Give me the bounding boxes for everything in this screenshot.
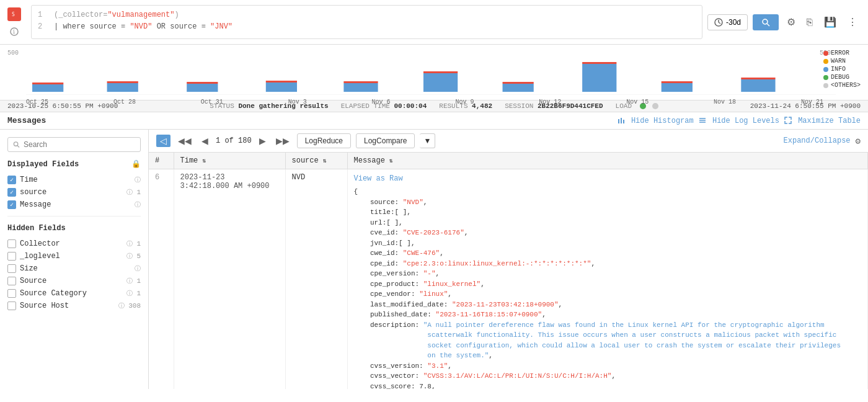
svg-rect-28 (741, 78, 775, 79)
svg-rect-20 (423, 71, 458, 73)
json-cpe-id: cpe_id: "cpe:2.3:o:linux:linux_kernel:-:… (354, 259, 862, 269)
field-source-hidden-info[interactable]: ⓘ (126, 277, 133, 285)
log-compare-button[interactable]: LogCompare (356, 133, 415, 148)
svg-rect-24 (582, 62, 616, 64)
time-range-button[interactable]: -30d (707, 14, 748, 30)
expand-collapse-link[interactable]: Expand/Collapse (784, 136, 851, 145)
svg-text:i: i (12, 29, 16, 35)
maximize-table-link[interactable]: Maximize Table (784, 117, 861, 125)
query-mode-icon[interactable]: i (7, 25, 21, 38)
field-source-host: Source Host ⓘ 308 (7, 300, 141, 312)
table-row: 6 2023-11-233:42:18.000 AM +0900 NVD Vie… (149, 169, 868, 390)
field-time-checkbox[interactable] (7, 176, 16, 184)
json-published: published_date: "2023-11-16T18:15:07+090… (354, 310, 862, 320)
toolbar-left: Messages (7, 116, 46, 125)
prev-page-button[interactable]: ◀ (199, 135, 211, 147)
field-source-hidden-checkbox[interactable] (7, 277, 16, 285)
col-time[interactable]: Time ⇅ (174, 153, 285, 169)
page-info: 1 of 180 (216, 136, 252, 145)
field-time: Time ⓘ (7, 174, 141, 186)
histogram-y-label-left: 500 (7, 50, 19, 56)
svg-rect-26 (662, 81, 693, 83)
field-size-checkbox[interactable] (7, 264, 16, 273)
log-reduce-button[interactable]: LogReduce (297, 133, 351, 148)
svg-rect-17 (343, 83, 378, 92)
field-source-category-info[interactable]: ⓘ (126, 289, 133, 298)
field-message-info[interactable]: ⓘ (135, 200, 141, 209)
histogram-x-labels: Oct 25 Oct 28 Oct 31 Nov 3 Nov 6 Nov 9 N… (26, 99, 823, 105)
field-source-count: 1 (136, 189, 141, 196)
query-type-icon[interactable]: S (7, 7, 21, 21)
search-button[interactable] (753, 14, 779, 30)
first-page-button[interactable]: ◀◀ (175, 135, 194, 147)
query-sidebar-icons: S i (7, 5, 26, 39)
view-as-raw-link[interactable]: View as Raw (354, 173, 403, 184)
lock-icon: 🔒 (131, 159, 141, 169)
nav-bar: ◁ ◀◀ ◀ 1 of 180 ▶ ▶▶ LogReduce LogCompar… (149, 130, 868, 153)
svg-rect-11 (107, 83, 138, 92)
histogram-area: 500 500 O (0, 45, 868, 100)
json-cvss-version: cvss_version: "3.1", (354, 361, 862, 372)
main-content: Displayed Fields 🔒 Time ⓘ source ⓘ 1 Mes… (0, 130, 868, 389)
share-button[interactable]: ⎘ (804, 14, 816, 31)
svg-line-37 (17, 145, 19, 147)
field-source-hidden-count: 1 (136, 277, 141, 285)
field-loglevel-info[interactable]: ⓘ (126, 252, 133, 261)
hide-log-levels-link[interactable]: Hide Log Levels (699, 117, 779, 125)
sidebar: Displayed Fields 🔒 Time ⓘ source ⓘ 1 Mes… (0, 130, 149, 389)
settings-button[interactable]: ⚙ (784, 13, 799, 31)
field-source-checkbox[interactable] (7, 188, 16, 197)
hide-histogram-link[interactable]: Hide Histogram (618, 117, 694, 125)
svg-rect-22 (503, 82, 534, 84)
field-source-host-info[interactable]: ⓘ (118, 302, 125, 310)
field-loglevel-count: 5 (136, 252, 141, 260)
field-collector-checkbox[interactable] (7, 239, 16, 248)
line-num-2: 2 (38, 21, 46, 33)
last-page-button[interactable]: ▶▶ (273, 135, 292, 147)
field-time-info[interactable]: ⓘ (135, 176, 141, 184)
field-loglevel-checkbox[interactable] (7, 252, 16, 261)
field-source-category-checkbox[interactable] (7, 289, 16, 298)
svg-rect-15 (266, 83, 297, 92)
log-dropdown-button[interactable]: ▼ (420, 133, 435, 148)
line-num-1: 1 (38, 9, 46, 21)
svg-rect-30 (618, 119, 619, 123)
query-editor[interactable]: 1 (_collector="vulmanagement") 2 | where… (31, 5, 702, 39)
field-collector: Collector ⓘ 1 (7, 238, 141, 250)
json-cvss-score: cvss_score: 7.8, (354, 382, 862, 390)
field-loglevel-label: _loglevel (20, 252, 123, 261)
json-cwe-id: cwe_id: "CWE-476", (354, 248, 862, 259)
svg-rect-10 (32, 83, 63, 84)
json-url: url:[ ], (354, 218, 862, 228)
search-input[interactable] (24, 140, 135, 149)
svg-text:S: S (12, 12, 15, 17)
col-source[interactable]: source ⇅ (285, 153, 347, 169)
table-settings-icon[interactable]: ⚙ (856, 136, 861, 146)
svg-point-7 (763, 19, 768, 24)
more-button[interactable]: ⋮ (844, 13, 861, 31)
field-source-info[interactable]: ⓘ (126, 188, 133, 197)
field-size-info[interactable]: ⓘ (135, 264, 141, 273)
svg-rect-21 (503, 84, 534, 92)
col-message[interactable]: Message ⇅ (347, 153, 868, 169)
field-message-checkbox[interactable] (7, 200, 16, 209)
field-source-category-count: 1 (136, 290, 141, 297)
svg-rect-16 (266, 81, 297, 83)
row-num-cell: 6 (149, 169, 174, 390)
field-source-host-checkbox[interactable] (7, 302, 16, 310)
histogram-legend: ERROR WARN INFO DEBUG <OTHERS> (823, 50, 861, 89)
svg-rect-25 (662, 83, 693, 92)
collapse-sidebar-button[interactable]: ◁ (156, 135, 170, 147)
data-table: # Time ⇅ source ⇅ Message ⇅ 6 2023-11-23… (149, 153, 868, 389)
row-time-cell: 2023-11-233:42:18.000 AM +0900 (174, 169, 285, 390)
svg-rect-18 (343, 81, 378, 83)
json-title: title:[ ], (354, 207, 862, 218)
histogram-chart[interactable] (26, 61, 836, 95)
save-button[interactable]: 💾 (821, 13, 839, 31)
next-page-button[interactable]: ▶ (257, 135, 268, 147)
field-time-label: Time (20, 176, 131, 184)
field-collector-info[interactable]: ⓘ (126, 239, 133, 248)
field-loglevel: _loglevel ⓘ 5 (7, 250, 141, 262)
json-cvss-vector: cvss_vector: "CVSS:3.1/AV:L/AC:L/PR:L/UI… (354, 371, 862, 382)
svg-rect-31 (621, 118, 622, 123)
